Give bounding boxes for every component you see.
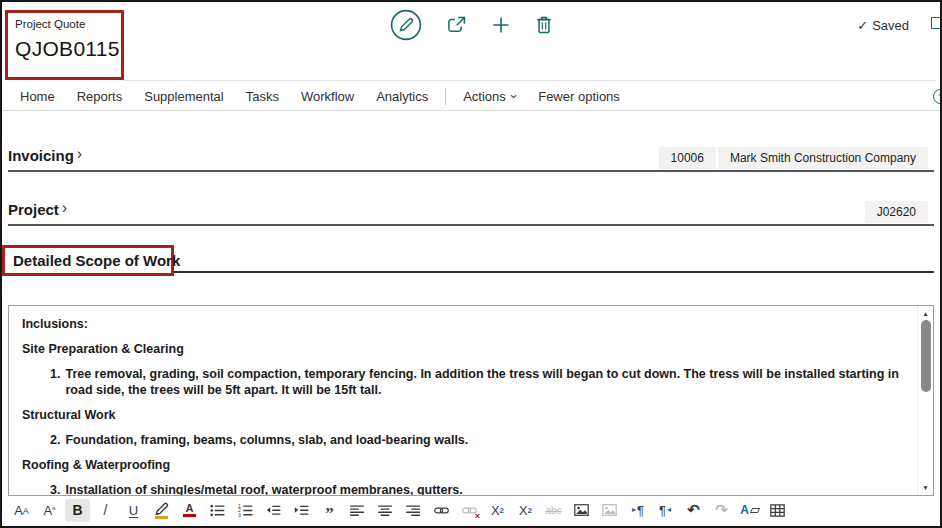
align-left-button[interactable]: [345, 499, 370, 522]
menu-item-reports[interactable]: Reports: [66, 89, 134, 104]
new-icon: [491, 15, 511, 38]
scope-section-rule: [174, 271, 934, 273]
actions-label: Actions: [463, 89, 506, 104]
scope-list-item: 2.Foundation, framing, beams, columns, s…: [22, 432, 908, 448]
number-list-icon: 123: [238, 504, 253, 517]
align-center-button[interactable]: [373, 499, 398, 522]
undo-icon: ↶: [687, 501, 700, 519]
section-header-scope[interactable]: Detailed Scope of Work: [13, 252, 180, 269]
menu-item-home[interactable]: Home: [9, 89, 66, 104]
insert-image-button[interactable]: [569, 499, 594, 522]
underline-icon: U: [129, 503, 138, 518]
menu-item-analytics[interactable]: Analytics: [365, 89, 439, 104]
popout-window-icon[interactable]: [931, 17, 942, 29]
menu-item-workflow[interactable]: Workflow: [290, 89, 365, 104]
bold-button[interactable]: B: [65, 499, 90, 522]
table-icon: [770, 504, 785, 517]
project-section-rule: [8, 224, 934, 226]
ltr-icon: ▸¶: [631, 503, 644, 518]
section-header-project[interactable]: Project: [8, 200, 71, 218]
bullet-list-button[interactable]: [205, 499, 230, 522]
rtl-icon: ¶◂: [659, 503, 672, 518]
image-options-icon: [602, 504, 617, 517]
clear-format-icon: A: [740, 503, 759, 517]
list-number: 3.: [50, 482, 60, 495]
list-number: 1.: [50, 366, 60, 398]
header-divider: [123, 80, 936, 81]
scope-list-item: 1.Tree removal, grading, soil compaction…: [22, 366, 908, 398]
editor-scrollbar[interactable]: ▲ ▼: [917, 306, 933, 495]
scope-heading: Roofing & Waterproofing: [22, 457, 908, 473]
highlight-button[interactable]: [149, 499, 174, 522]
help-icon[interactable]: ?: [933, 89, 942, 104]
invoicing-section-rule: [8, 170, 934, 172]
superscript-button[interactable]: X2: [485, 499, 510, 522]
annotation-box-title: Project Quote QJOB0115: [5, 10, 124, 80]
page-caption: Project Quote: [15, 18, 121, 30]
bullet-list-icon: [210, 504, 225, 517]
menu-item-fewer-options[interactable]: Fewer options: [527, 89, 631, 104]
strikethrough-icon: abc: [545, 505, 561, 516]
table-button[interactable]: [765, 499, 790, 522]
image-options-button[interactable]: [597, 499, 622, 522]
bold-icon: B: [72, 502, 82, 518]
text-style-button[interactable]: AA: [9, 499, 34, 522]
project-title-label: Project: [8, 201, 59, 218]
highlight-icon: [154, 502, 169, 519]
strikethrough-button[interactable]: abc: [541, 499, 566, 522]
invoicing-title-label: Invoicing: [8, 147, 74, 164]
number-list-button[interactable]: 123: [233, 499, 258, 522]
new-button[interactable]: [491, 15, 511, 38]
clear-format-button[interactable]: A: [737, 499, 762, 522]
summary-field[interactable]: J02620: [865, 201, 928, 223]
scrollbar-thumb[interactable]: [921, 320, 931, 392]
undo-button[interactable]: ↶: [681, 499, 706, 522]
saved-indicator: ✓ Saved: [857, 18, 909, 33]
link-button[interactable]: [429, 499, 454, 522]
summary-field[interactable]: 10006: [659, 147, 716, 169]
subscript-button[interactable]: X2: [513, 499, 538, 522]
italic-button[interactable]: /: [93, 499, 118, 522]
outdent-button[interactable]: [261, 499, 286, 522]
editor-content[interactable]: Inclusions:Site Preparation & Clearing1.…: [9, 306, 916, 495]
check-icon: ✓: [857, 18, 868, 33]
redo-button[interactable]: ↷: [709, 499, 734, 522]
invoicing-summary-fields: 10006Mark Smith Construction Company: [659, 147, 928, 169]
blockquote-button[interactable]: ”: [317, 499, 342, 522]
delete-button[interactable]: [535, 15, 553, 38]
edit-icon: [390, 9, 422, 44]
edit-button[interactable]: [390, 9, 422, 44]
chevron-right-icon: [62, 200, 67, 218]
scroll-down-icon[interactable]: ▼: [918, 482, 933, 493]
font-size-button[interactable]: A°: [37, 499, 62, 522]
scroll-up-icon[interactable]: ▲: [918, 308, 933, 319]
ltr-button[interactable]: ▸¶: [625, 499, 650, 522]
menu-item-tasks[interactable]: Tasks: [235, 89, 290, 104]
menu-divider: [445, 88, 446, 105]
project-quote-page: Project Quote QJOB0115 ✓ Saved HomeRepor…: [0, 0, 942, 528]
indent-button[interactable]: [289, 499, 314, 522]
project-summary-fields: J02620: [865, 201, 928, 223]
list-text: Tree removal, grading, soil compaction, …: [65, 366, 908, 398]
align-right-button[interactable]: [401, 499, 426, 522]
indent-icon: [294, 504, 309, 517]
summary-field[interactable]: Mark Smith Construction Company: [718, 147, 928, 169]
annotation-box-scope: Detailed Scope of Work: [2, 245, 174, 276]
align-left-icon: [350, 504, 365, 517]
rtl-button[interactable]: ¶◂: [653, 499, 678, 522]
scope-list-item: 3.Installation of shingles/metal roof, w…: [22, 482, 908, 495]
redo-icon: ↷: [715, 501, 728, 519]
scope-heading: Inclusions:: [22, 316, 908, 332]
align-center-icon: [378, 504, 393, 517]
menu-item-actions[interactable]: Actions: [452, 89, 527, 104]
subscript-icon: X2: [519, 503, 532, 518]
unlink-button[interactable]: ×: [457, 499, 482, 522]
share-button[interactable]: [446, 15, 467, 37]
list-text: Foundation, framing, beams, columns, sla…: [65, 432, 468, 448]
section-header-invoicing[interactable]: Invoicing: [8, 146, 86, 164]
menu-item-supplemental[interactable]: Supplemental: [133, 89, 235, 104]
share-icon: [446, 15, 467, 37]
underline-button[interactable]: U: [121, 499, 146, 522]
insert-image-icon: [574, 504, 589, 517]
font-color-button[interactable]: A: [177, 499, 202, 522]
